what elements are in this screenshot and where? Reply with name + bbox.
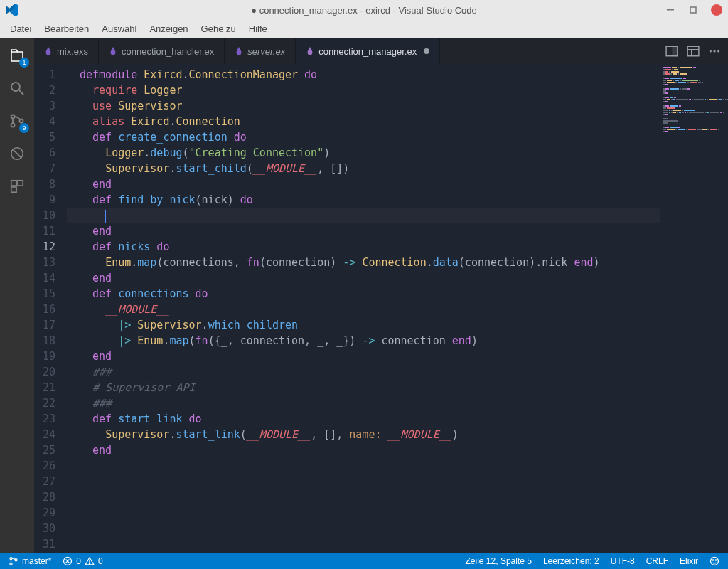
svg-point-4 <box>11 115 15 119</box>
elixir-file-icon <box>306 47 314 55</box>
window-titlebar: ● connection_manager.ex - exircd - Visua… <box>0 0 728 20</box>
menu-select[interactable]: Auswahl <box>96 21 142 36</box>
window-close-button[interactable] <box>711 4 722 16</box>
activity-bar: 1 9 <box>0 38 34 553</box>
svg-rect-9 <box>11 181 16 186</box>
status-problems[interactable]: 0 0 <box>57 556 108 566</box>
svg-point-17 <box>710 50 712 52</box>
svg-line-8 <box>13 149 22 159</box>
elixir-file-icon <box>44 47 53 55</box>
minimap[interactable] <box>660 64 728 553</box>
status-encoding[interactable]: UTF-8 <box>605 556 641 566</box>
svg-point-21 <box>10 563 12 565</box>
menu-help[interactable]: Hilfe <box>243 21 273 36</box>
tab-dirty-indicator <box>424 48 429 54</box>
svg-point-29 <box>712 560 713 560</box>
tab-label: server.ex <box>247 46 285 57</box>
menu-edit[interactable]: Bearbeiten <box>38 21 95 36</box>
main-area: 1 9 mix.exs connection_handler.ex <box>0 38 728 553</box>
editor-body[interactable]: 1234567891011121314151617181920212223242… <box>34 64 728 553</box>
window-minimize-button[interactable] <box>665 5 675 15</box>
activity-scm[interactable]: 9 <box>7 111 27 131</box>
code-content[interactable]: defmodule Exircd.ConnectionManager do re… <box>67 64 660 553</box>
svg-rect-0 <box>667 9 674 11</box>
editor-tabs: mix.exs connection_handler.ex server.ex … <box>34 38 728 64</box>
svg-point-19 <box>717 50 719 52</box>
svg-point-28 <box>711 558 719 565</box>
scm-badge: 9 <box>19 123 29 133</box>
activity-debug[interactable] <box>7 144 27 164</box>
svg-rect-10 <box>18 181 23 186</box>
svg-point-6 <box>20 119 23 123</box>
status-cursor-position[interactable]: Zeile 12, Spalte 5 <box>460 556 537 566</box>
svg-rect-1 <box>690 7 696 13</box>
status-branch[interactable]: master* <box>3 556 57 566</box>
status-bar: master* 0 0 Zeile 12, Spalte 5 Leerzeich… <box>0 553 728 569</box>
svg-point-20 <box>10 557 12 559</box>
window-title: ● connection_manager.ex - exircd - Visua… <box>0 5 728 16</box>
svg-rect-13 <box>673 46 678 56</box>
status-indentation[interactable]: Leerzeichen: 2 <box>537 556 605 566</box>
elixir-file-icon <box>109 47 117 55</box>
tab-connection-manager[interactable]: connection_manager.ex <box>296 38 440 64</box>
svg-rect-11 <box>11 187 16 192</box>
activity-extensions[interactable] <box>7 176 27 196</box>
svg-line-3 <box>19 90 23 95</box>
tab-label: connection_handler.ex <box>122 46 214 57</box>
tab-label: mix.exs <box>57 46 88 57</box>
status-language[interactable]: Elixir <box>674 556 704 566</box>
explorer-badge: 1 <box>19 58 29 68</box>
menu-view[interactable]: Anzeigen <box>144 21 193 36</box>
more-actions-button[interactable] <box>708 45 721 58</box>
vscode-logo-icon <box>6 4 18 16</box>
line-number-gutter: 1234567891011121314151617181920212223242… <box>34 64 67 553</box>
svg-point-30 <box>715 560 716 560</box>
svg-point-27 <box>89 563 90 564</box>
svg-rect-14 <box>687 46 699 56</box>
svg-point-2 <box>11 83 20 91</box>
tab-label: connection_manager.ex <box>318 46 417 57</box>
layout-button[interactable] <box>687 45 700 58</box>
svg-point-18 <box>713 50 715 52</box>
error-count: 0 <box>76 556 81 566</box>
status-eol[interactable]: CRLF <box>641 556 674 566</box>
status-feedback[interactable] <box>704 556 725 566</box>
svg-point-5 <box>11 124 15 127</box>
window-maximize-button[interactable] <box>688 5 698 15</box>
tab-server[interactable]: server.ex <box>225 38 296 64</box>
split-editor-button[interactable] <box>665 45 678 58</box>
branch-name: master* <box>22 556 51 566</box>
menu-file[interactable]: Datei <box>4 21 37 36</box>
warning-count: 0 <box>98 556 103 566</box>
elixir-file-icon <box>235 47 243 55</box>
activity-explorer[interactable]: 1 <box>7 46 27 65</box>
menu-go[interactable]: Gehe zu <box>196 21 242 36</box>
menubar: Datei Bearbeiten Auswahl Anzeigen Gehe z… <box>0 20 728 38</box>
editor-actions <box>658 38 728 64</box>
editor-area: mix.exs connection_handler.ex server.ex … <box>34 38 728 553</box>
activity-search[interactable] <box>7 78 27 98</box>
tab-mix-exs[interactable]: mix.exs <box>34 38 99 64</box>
tab-connection-handler[interactable]: connection_handler.ex <box>99 38 225 64</box>
